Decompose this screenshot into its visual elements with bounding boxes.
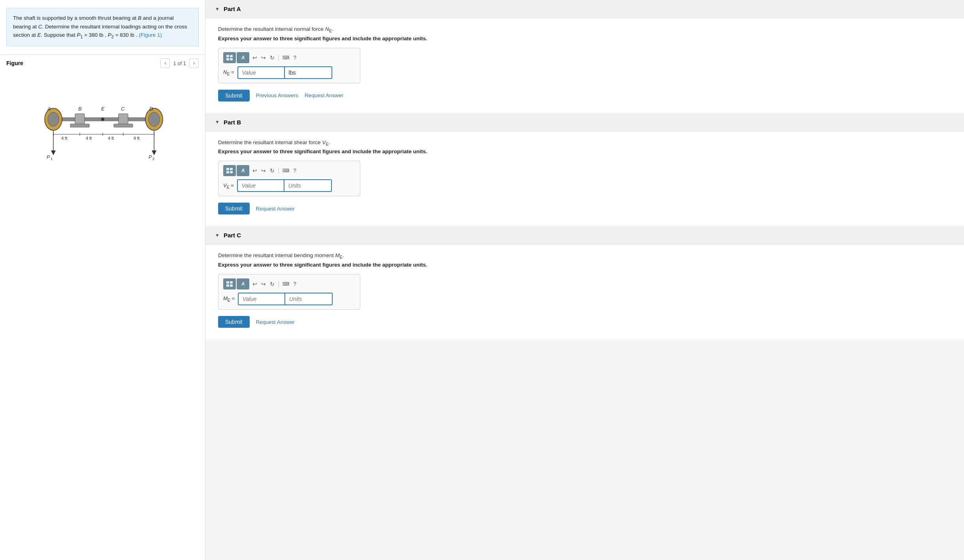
part-b-title: Part B — [224, 119, 241, 126]
part-a-chevron: ▼ — [215, 6, 220, 12]
part-a-keyboard-btn[interactable]: ⌨ — [282, 55, 290, 60]
part-a-request-btn[interactable]: Request Answer — [305, 92, 343, 98]
part-c-help-btn[interactable]: ? — [292, 281, 297, 287]
figure-image-area: A B E C D 4 — [0, 72, 205, 171]
left-panel: The shaft is supported by a smooth thrus… — [0, 0, 205, 560]
part-b-chevron: ▼ — [215, 119, 220, 125]
part-c-request-btn[interactable]: Request Answer — [256, 319, 295, 325]
svg-point-8 — [101, 118, 104, 121]
figure-link[interactable]: (Figure 1) — [139, 32, 162, 38]
part-c-units-input[interactable] — [285, 293, 333, 305]
part-c-grid-btn[interactable] — [223, 278, 236, 289]
part-c-editor: A ↩ ↪ ↻ | ⌨ ? ME = — [218, 274, 360, 310]
part-a-section: ▼ Part A Determine the resultant interna… — [205, 0, 964, 113]
svg-text:1: 1 — [51, 157, 53, 161]
svg-rect-36 — [230, 55, 233, 57]
svg-text:B: B — [78, 106, 82, 112]
part-a-format-group: A — [223, 52, 249, 63]
part-a-instruction: Express your answer to three significant… — [218, 36, 951, 41]
part-a-actions: Submit Previous Answers Request Answer — [218, 90, 951, 101]
svg-rect-38 — [230, 58, 233, 60]
part-a-title: Part A — [224, 6, 241, 12]
part-b-toolbar: A ↩ ↪ ↻ | ⌨ ? — [223, 165, 355, 176]
part-b-units-input[interactable] — [284, 179, 332, 192]
svg-text:D: D — [149, 106, 153, 112]
part-a-previous-btn[interactable]: Previous Answers — [256, 92, 298, 98]
svg-text:4 ft: 4 ft — [86, 136, 92, 141]
svg-rect-43 — [226, 281, 229, 284]
part-b-description: Determine the resultant internal shear f… — [218, 139, 951, 147]
part-a-header[interactable]: ▼ Part A — [205, 0, 964, 18]
svg-rect-39 — [226, 168, 229, 170]
part-a-font-btn[interactable]: A — [237, 52, 249, 63]
part-a-toolbar: A ↩ ↪ ↻ | ⌨ ? — [223, 52, 355, 63]
svg-text:4 ft: 4 ft — [108, 136, 114, 141]
part-c-description: Determine the resultant internal bending… — [218, 252, 951, 259]
part-a-submit-btn[interactable]: Submit — [218, 90, 250, 101]
part-c-undo-btn[interactable]: ↩ — [252, 281, 258, 287]
part-a-input-row: NE = — [223, 66, 355, 79]
svg-rect-46 — [230, 284, 233, 287]
part-b-redo-btn[interactable]: ↪ — [260, 167, 267, 174]
svg-rect-45 — [226, 284, 229, 287]
part-c-toolbar: A ↩ ↪ ↻ | ⌨ ? — [223, 278, 355, 289]
part-c-instruction: Express your answer to three significant… — [218, 262, 951, 268]
part-c-value-input[interactable] — [238, 293, 285, 305]
figure-diagram: A B E C D 4 — [24, 76, 182, 163]
part-b-font-btn[interactable]: A — [237, 165, 249, 176]
part-b-editor: A ↩ ↪ ↻ | ⌨ ? VE = — [218, 161, 360, 196]
part-a-grid-btn[interactable] — [223, 52, 236, 63]
part-b-grid-btn[interactable] — [223, 165, 236, 176]
part-c-header[interactable]: ▼ Part C — [205, 226, 964, 244]
part-b-input-row: VE = — [223, 179, 355, 192]
part-a-help-btn[interactable]: ? — [292, 54, 297, 61]
figure-next-button[interactable]: › — [189, 58, 199, 68]
part-b-separator: | — [278, 167, 279, 174]
part-c-chevron: ▼ — [215, 233, 220, 238]
part-b-header[interactable]: ▼ Part B — [205, 113, 964, 132]
part-c-font-btn[interactable]: A — [237, 278, 249, 289]
part-c-section: ▼ Part C Determine the resultant interna… — [205, 226, 964, 339]
svg-text:A: A — [47, 106, 51, 112]
part-b-refresh-btn[interactable]: ↻ — [269, 167, 275, 174]
part-c-submit-btn[interactable]: Submit — [218, 316, 250, 328]
svg-rect-35 — [226, 55, 229, 57]
part-b-content: Determine the resultant internal shear f… — [205, 132, 964, 226]
svg-text:P: P — [47, 154, 50, 160]
svg-rect-41 — [226, 171, 229, 173]
part-c-title: Part C — [224, 232, 241, 239]
part-b-help-btn[interactable]: ? — [292, 167, 297, 174]
part-a-content: Determine the resultant internal normal … — [205, 18, 964, 113]
part-c-format-group: A — [223, 278, 249, 289]
figure-title: Figure — [6, 60, 23, 66]
part-b-submit-btn[interactable]: Submit — [218, 203, 250, 214]
part-a-units-input[interactable] — [285, 66, 332, 79]
part-c-refresh-btn[interactable]: ↻ — [269, 281, 275, 287]
right-panel: ▼ Part A Determine the resultant interna… — [205, 0, 964, 560]
figure-header: Figure ‹ 1 of 1 › — [0, 54, 205, 72]
svg-rect-40 — [230, 168, 233, 170]
svg-text:2: 2 — [153, 157, 154, 161]
svg-rect-37 — [226, 58, 229, 60]
part-a-undo-btn[interactable]: ↩ — [252, 54, 258, 61]
part-a-redo-btn[interactable]: ↪ — [260, 54, 267, 61]
part-b-section: ▼ Part B Determine the resultant interna… — [205, 113, 964, 226]
part-c-keyboard-btn[interactable]: ⌨ — [282, 281, 290, 287]
part-c-separator: | — [278, 280, 279, 288]
figure-prev-button[interactable]: ‹ — [160, 58, 170, 68]
part-c-actions: Submit Request Answer — [218, 316, 951, 328]
svg-point-3 — [48, 112, 59, 126]
part-c-redo-btn[interactable]: ↪ — [260, 281, 267, 287]
part-b-request-btn[interactable]: Request Answer — [256, 206, 295, 212]
svg-text:C: C — [121, 106, 125, 112]
part-b-instruction: Express your answer to three significant… — [218, 148, 951, 154]
part-b-value-input[interactable] — [237, 179, 284, 192]
svg-rect-42 — [230, 171, 233, 173]
part-b-keyboard-btn[interactable]: ⌨ — [282, 168, 290, 173]
figure-section: Figure ‹ 1 of 1 › A B — [0, 54, 205, 171]
svg-text:E: E — [101, 106, 105, 112]
svg-rect-10 — [119, 114, 128, 125]
part-a-value-input[interactable] — [237, 66, 285, 79]
part-b-undo-btn[interactable]: ↩ — [252, 167, 258, 174]
part-a-refresh-btn[interactable]: ↻ — [269, 54, 275, 61]
